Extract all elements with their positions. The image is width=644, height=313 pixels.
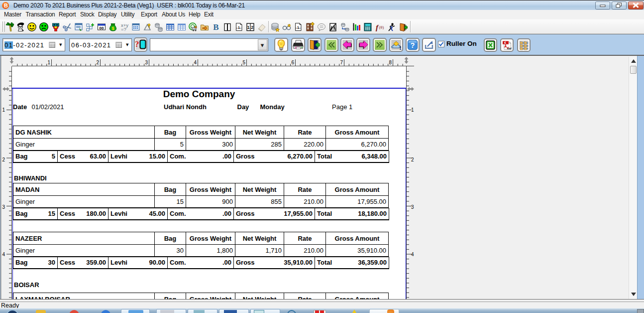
- svg-text:$: $: [111, 25, 114, 30]
- svg-text:=?: =?: [121, 26, 126, 32]
- svg-text:1: 1: [247, 24, 250, 29]
- svg-text:2: 2: [2, 157, 5, 162]
- svg-text:1: 1: [411, 107, 414, 113]
- svg-text:1: 1: [399, 46, 401, 51]
- svg-text:4: 4: [2, 252, 5, 257]
- svg-text:B: B: [213, 22, 218, 32]
- svg-text:6: 6: [291, 60, 294, 65]
- svg-text:4: 4: [194, 60, 197, 65]
- svg-text:3: 3: [145, 60, 148, 65]
- svg-text:bad: bad: [507, 47, 511, 50]
- svg-text:8: 8: [389, 60, 392, 65]
- svg-text:3: 3: [411, 204, 414, 210]
- svg-text:?: ?: [135, 39, 139, 49]
- svg-text:5: 5: [242, 60, 245, 65]
- svg-text:?: ?: [410, 41, 415, 49]
- svg-text:4: 4: [411, 252, 414, 257]
- svg-text:-1-: -1-: [296, 25, 301, 30]
- svg-text:3: 3: [2, 204, 5, 210]
- svg-text:1: 1: [47, 60, 50, 65]
- svg-text:2: 2: [411, 157, 414, 162]
- svg-text:-1-: -1-: [236, 25, 241, 30]
- svg-text:2: 2: [96, 60, 99, 65]
- svg-text:(θ): (θ): [379, 25, 384, 30]
- svg-text:1: 1: [2, 107, 5, 113]
- svg-text:7: 7: [340, 60, 343, 65]
- svg-text:00: 00: [100, 25, 104, 30]
- svg-text:2: 2: [251, 24, 253, 29]
